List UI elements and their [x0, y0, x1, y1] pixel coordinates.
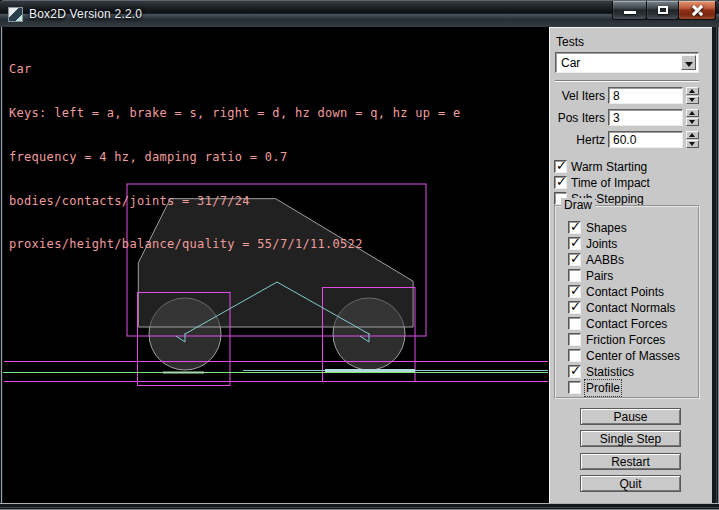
draw-group-title: Draw [561, 198, 595, 212]
spin-down-button[interactable] [686, 96, 699, 104]
test-name: Car [9, 62, 460, 77]
warm-starting-checkbox[interactable] [554, 160, 567, 173]
statistics-checkbox[interactable] [568, 365, 581, 378]
caption-buttons [613, 1, 716, 20]
hertz-spinner [686, 131, 699, 148]
warm-starting-label[interactable]: Warm Starting [571, 160, 647, 174]
time-of-impact-checkbox[interactable] [554, 176, 567, 189]
joints-checkbox[interactable] [568, 237, 581, 250]
pos-iters-label: Pos Iters [550, 111, 605, 125]
tests-dropdown[interactable]: Car [555, 52, 699, 73]
spin-down-button[interactable] [686, 140, 699, 148]
maximize-icon [658, 6, 668, 14]
center-of-masses-checkbox[interactable] [568, 349, 581, 362]
arrow-down-icon [689, 98, 695, 102]
close-button[interactable] [678, 1, 716, 20]
arrow-up-icon [689, 111, 695, 115]
contact-forces-label[interactable]: Contact Forces [586, 317, 667, 331]
arrow-up-icon [689, 133, 695, 137]
window-frame-bottom [0, 503, 719, 510]
joints-label[interactable]: Joints [586, 237, 617, 251]
friction-forces-checkbox[interactable] [568, 333, 581, 346]
dropdown-arrow-button[interactable] [681, 55, 696, 70]
pos-iters-input[interactable] [608, 109, 683, 126]
contact-points-left [163, 372, 204, 374]
contact-points-label[interactable]: Contact Points [586, 285, 664, 299]
arrow-down-icon [689, 120, 695, 124]
pairs-label[interactable]: Pairs [586, 269, 613, 283]
shapes-checkbox[interactable] [568, 221, 581, 234]
vel-iters-input[interactable] [608, 87, 683, 104]
control-panel: Tests Car Vel Iters Pos Iters Hertz [549, 27, 712, 503]
stats-text: Car Keys: left = a, brake = s, right = d… [9, 33, 460, 281]
quit-button[interactable]: Quit [580, 475, 681, 492]
proxy-stats: proxies/height/balance/quality = 55/7/1/… [9, 237, 460, 252]
contact-points-right [325, 369, 415, 372]
minimize-icon [624, 11, 636, 14]
tests-selected-value: Car [561, 56, 580, 70]
keys-help: Keys: left = a, brake = s, right = d, hz… [9, 106, 460, 121]
simulation-canvas[interactable]: Car Keys: left = a, brake = s, right = d… [3, 27, 549, 503]
separator [555, 80, 699, 82]
spin-down-button[interactable] [686, 118, 699, 126]
vel-iters-row: Vel Iters [550, 87, 713, 104]
maximize-button[interactable] [646, 1, 679, 20]
window-frame-right [712, 27, 719, 510]
spin-up-button[interactable] [686, 109, 699, 117]
title-bar[interactable]: Box2D Version 2.2.0 [0, 0, 719, 27]
pairs-checkbox[interactable] [568, 269, 581, 282]
shapes-label[interactable]: Shapes [586, 221, 627, 235]
restart-button[interactable]: Restart [580, 453, 681, 470]
friction-forces-label[interactable]: Friction Forces [586, 333, 665, 347]
pos-iters-spinner [686, 109, 699, 126]
time-of-impact-label[interactable]: Time of Impact [571, 176, 650, 190]
frequency-info: frequency = 4 hz, damping ratio = 0.7 [9, 150, 460, 165]
minimize-button[interactable] [612, 1, 647, 20]
app-icon [8, 7, 23, 22]
contact-points-checkbox[interactable] [568, 285, 581, 298]
pause-button[interactable]: Pause [580, 408, 681, 425]
spin-up-button[interactable] [686, 131, 699, 139]
statistics-label[interactable]: Statistics [586, 365, 634, 379]
contact-normals-checkbox[interactable] [568, 301, 581, 314]
hertz-row: Hertz [550, 131, 713, 148]
app-window: Box2D Version 2.2.0 [0, 0, 719, 510]
close-icon [692, 5, 703, 16]
pos-iters-row: Pos Iters [550, 109, 713, 126]
contact-forces-checkbox[interactable] [568, 317, 581, 330]
vel-iters-label: Vel Iters [550, 89, 605, 103]
arrow-down-icon [689, 142, 695, 146]
contact-normals-label[interactable]: Contact Normals [586, 301, 675, 315]
window-title: Box2D Version 2.2.0 [29, 7, 142, 21]
center-of-masses-label[interactable]: Center of Masses [586, 349, 680, 363]
profile-label[interactable]: Profile [586, 381, 620, 395]
body-stats: bodies/contacts/joints = 31/7/24 [9, 194, 460, 209]
vel-iters-spinner [686, 87, 699, 104]
aabbs-checkbox[interactable] [568, 253, 581, 266]
profile-checkbox[interactable] [568, 381, 581, 394]
hertz-input[interactable] [608, 131, 683, 148]
single-step-button[interactable]: Single Step [580, 430, 681, 447]
chevron-down-icon [685, 62, 693, 67]
spin-up-button[interactable] [686, 87, 699, 95]
aabbs-label[interactable]: AABBs [586, 253, 624, 267]
hertz-label: Hertz [550, 133, 605, 147]
tests-label: Tests [556, 35, 584, 49]
arrow-up-icon [689, 89, 695, 93]
